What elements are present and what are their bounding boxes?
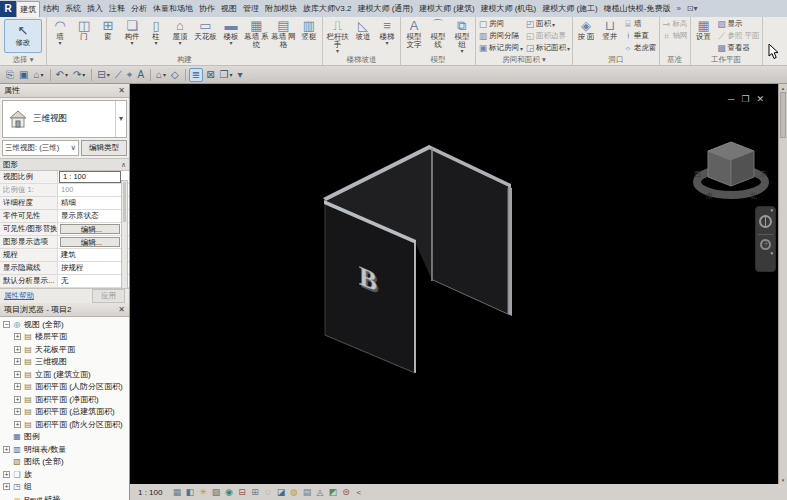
vertical-opening-button[interactable]: ⍿垂直 — [623, 30, 657, 42]
window-button[interactable]: ⊞窗 — [96, 18, 120, 54]
parts-visibility-row[interactable]: 零件可见性显示原状态 — [0, 210, 129, 223]
expand-icon[interactable]: + — [14, 421, 21, 428]
3d-model-walls[interactable]: B B — [130, 84, 778, 484]
sun-path-icon[interactable]: ☀ — [196, 487, 209, 497]
scrollbar-thumb[interactable] — [780, 92, 786, 138]
ribbon-panel-label-4[interactable]: 洞口 — [573, 54, 659, 65]
area-button[interactable]: ◰面积▾ — [525, 18, 570, 30]
visual-style-icon[interactable]: ◧ — [183, 487, 196, 497]
viewcube-south-label[interactable]: 南 — [706, 192, 713, 199]
railing-button[interactable]: ⎍栏杆扶手▾ — [324, 18, 351, 54]
redo-button[interactable]: ↷▾ — [71, 68, 87, 82]
modify-button[interactable]: ↖ 修改 — [4, 19, 42, 53]
sheets[interactable]: ▧图纸 (全部) — [0, 456, 129, 469]
floor-button[interactable]: ▬楼板▾ — [219, 18, 243, 54]
show-work-plane-button[interactable]: ▧显示 — [717, 18, 760, 30]
open-button[interactable]: ⎘ — [4, 68, 16, 82]
expand-icon[interactable]: + — [14, 408, 21, 415]
tab-modeling-master-constr[interactable]: 建模大师 (施工) — [539, 1, 601, 17]
tab-modeling-master-arch[interactable]: 建模大师 (建筑) — [416, 1, 478, 17]
model-group-button[interactable]: ⧉模型 组▾ — [450, 18, 474, 54]
collapse-view-control-bar-icon[interactable]: < — [356, 488, 361, 497]
ramp-button[interactable]: ◺坡道 — [351, 18, 375, 54]
tab-view[interactable]: 视图 — [218, 1, 240, 17]
tab-glskuaimo[interactable]: 橄榄山快模-免费版 — [601, 1, 674, 17]
tab-family-master[interactable]: 族库大师V3.2 — [300, 1, 354, 17]
discipline-row[interactable]: 规程建筑 — [0, 249, 129, 262]
tab-systems[interactable]: 系统 — [62, 1, 84, 17]
roof-button[interactable]: ⌂屋顶▾ — [168, 18, 192, 54]
measure-button[interactable]: ⊟▾ — [95, 68, 111, 82]
tab-modeling-master-general[interactable]: 建模大师 (通用) — [354, 1, 416, 17]
column-button[interactable]: ▯柱▾ — [144, 18, 168, 54]
sync-button[interactable]: ⌂▾ — [31, 68, 45, 82]
section-collapse-icon[interactable]: ∧ — [121, 161, 126, 169]
schedules[interactable]: +▥明细表/数量 — [0, 443, 129, 456]
tag-area-button[interactable]: ◲标记面积▾ — [525, 42, 570, 54]
scrollbar-thumb[interactable] — [123, 182, 126, 222]
wall-button[interactable]: ◠墙▾ — [48, 18, 72, 54]
views-root[interactable]: −◎视图 (全部) — [0, 318, 129, 331]
default-analysis-row[interactable]: 默认分析显示...无 — [0, 275, 129, 288]
families[interactable]: +❑族 — [0, 468, 129, 481]
model-line-button[interactable]: ⌒模型 线 — [426, 18, 450, 54]
app-logo[interactable]: R — [0, 1, 16, 17]
stair-button[interactable]: ≡楼梯▾ — [375, 18, 399, 54]
ribbon-panel-label-0[interactable]: 构建 — [47, 54, 322, 65]
curtain-grid-button[interactable]: ▤幕墙 网格 — [270, 18, 297, 54]
expand-icon[interactable]: + — [14, 358, 21, 365]
visibility-graphics-row-value[interactable]: 编辑... — [60, 224, 120, 234]
reveal-hidden-elements-icon[interactable]: ◍ — [287, 487, 300, 497]
tag-button[interactable]: ⌖ — [125, 68, 135, 82]
ribbon-panel-label-2[interactable]: 模型 — [401, 54, 475, 65]
type-selector[interactable]: 三维视图 ▾ — [2, 100, 127, 138]
show-hidden-lines-row[interactable]: 显示隐藏线按规程 — [0, 262, 129, 275]
tab-manage[interactable]: 管理 — [240, 1, 262, 17]
door-button[interactable]: ◫门 — [72, 18, 96, 54]
undo-button[interactable]: ↶▾ — [54, 68, 70, 82]
steering-wheel-icon[interactable] — [759, 215, 772, 228]
tab-architecture[interactable]: 建筑 — [16, 1, 40, 17]
shaft-button[interactable]: ⊔竖井 — [598, 18, 622, 54]
tab-analyze[interactable]: 分析 — [128, 1, 150, 17]
detail-level-row[interactable]: 详细程度精细 — [0, 197, 129, 210]
graphic-display-options-row[interactable]: 图形显示选项编辑... — [0, 236, 129, 249]
aligned-dimension-button[interactable]: ⟋ — [113, 68, 124, 82]
save-button[interactable]: ▣ — [17, 68, 30, 82]
area-plans-civil-defense[interactable]: +▤面积平面 (人防分区面积) — [0, 381, 129, 394]
show-rendering-dialog-icon[interactable]: ◉ — [222, 487, 235, 497]
revit-links[interactable]: ∞Revit 链接 — [0, 493, 129, 500]
switch-windows-button[interactable]: ❐▾ — [218, 68, 235, 82]
tab-addins[interactable]: 附加模块 — [262, 1, 300, 17]
unlocked-view-icon[interactable]: ◌ — [261, 487, 274, 497]
ribbon-panel-label-5[interactable]: 基准 — [660, 54, 690, 65]
viewcube[interactable]: 西 东 南 北 — [692, 132, 770, 212]
tab-collaborate[interactable]: 协作 — [196, 1, 218, 17]
area-plans-net[interactable]: +▤面积平面 (净面积) — [0, 393, 129, 406]
tab-insert[interactable]: 插入 — [84, 1, 106, 17]
show-hidden-lines-row-value[interactable]: 按规程 — [58, 262, 122, 274]
expand-icon[interactable]: + — [14, 383, 21, 390]
legends[interactable]: ▦图例 — [0, 431, 129, 444]
scale-value-row-value[interactable]: 100 — [58, 184, 122, 196]
collapse-icon[interactable]: − — [3, 321, 10, 328]
mullion-button[interactable]: ▥竖梃 — [297, 18, 321, 54]
visibility-graphics-row[interactable]: 可见性/图形替换编辑... — [0, 223, 129, 236]
default-analysis-row-value[interactable]: 无 — [58, 275, 122, 287]
wall-opening-button[interactable]: ⌸墙 — [623, 18, 657, 30]
expand-icon[interactable]: + — [14, 396, 21, 403]
navbar-options-icon[interactable]: ▾ — [770, 207, 775, 213]
vertical-scrollbar[interactable]: ▴ ▾ — [778, 84, 787, 484]
text-button[interactable]: A — [135, 68, 146, 82]
ceiling-plans[interactable]: +▤天花板平面 — [0, 343, 129, 356]
shadows-icon[interactable]: ▨ — [209, 487, 222, 497]
apply-button[interactable]: 应用 — [92, 289, 125, 303]
type-selector-arrow-icon[interactable]: ▾ — [115, 101, 126, 137]
floor-plans[interactable]: +▤楼层平面 — [0, 331, 129, 344]
close-hidden-windows-button[interactable]: ⊠ — [204, 68, 216, 82]
restore-view-icon[interactable]: ❐ — [741, 94, 749, 104]
reveal-constraints-icon[interactable]: ⊜ — [339, 487, 352, 497]
ribbon-panel-label-1[interactable]: 楼梯坡道 — [323, 54, 400, 65]
expand-icon[interactable]: + — [3, 471, 10, 478]
elevations[interactable]: +▤立面 (建筑立面) — [0, 368, 129, 381]
